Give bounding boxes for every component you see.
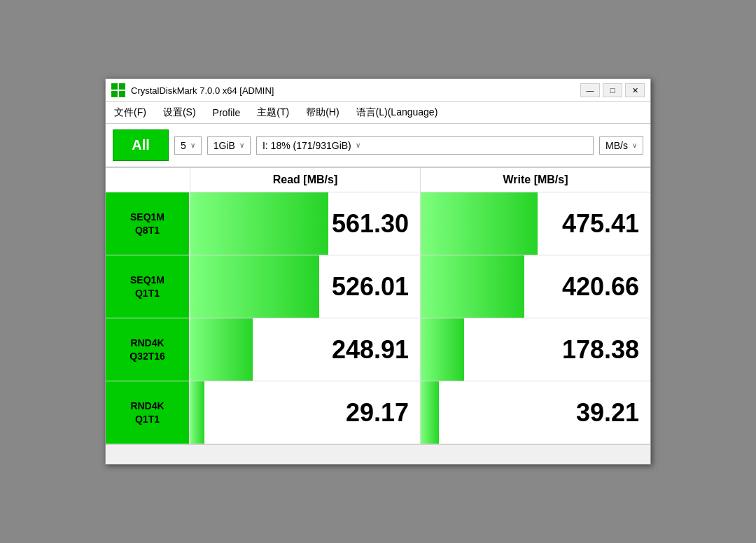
unit-value: MB/s (606, 140, 628, 151)
menu-help[interactable]: 帮助(H) (303, 105, 342, 120)
read-header: Read [MB/s] (190, 168, 420, 192)
count-dropdown[interactable]: 5 ∨ (174, 136, 202, 155)
read-value-1: 526.01 (332, 272, 409, 302)
app-icon (111, 83, 125, 97)
read-cell-1: 526.01 (190, 255, 420, 318)
toolbar: All 5 ∨ 1GiB ∨ I: 18% (171/931GiB) ∨ MB/… (106, 124, 650, 168)
svg-rect-1 (119, 83, 125, 90)
table-row: SEQ1M Q1T1 526.01 420.66 (106, 255, 650, 318)
count-arrow: ∨ (190, 141, 195, 149)
main-content: Read [MB/s] Write [MB/s] SEQ1M Q8T1 561.… (106, 168, 650, 444)
row-label-1: SEQ1M Q1T1 (106, 255, 190, 318)
write-bar-1 (421, 255, 524, 318)
size-arrow: ∨ (239, 141, 244, 149)
write-cell-0: 475.41 (420, 192, 650, 255)
menu-profile[interactable]: Profile (210, 106, 244, 120)
size-value: 1GiB (214, 140, 235, 151)
write-bar-2 (421, 318, 464, 381)
read-bar-1 (190, 255, 319, 318)
read-value-3: 29.17 (346, 398, 409, 428)
write-cell-3: 39.21 (420, 381, 650, 444)
menu-bar: 文件(F) 设置(S) Profile 主题(T) 帮助(H) 语言(L)(La… (106, 102, 650, 124)
menu-settings[interactable]: 设置(S) (160, 105, 199, 120)
disk-dropdown[interactable]: I: 18% (171/931GiB) ∨ (256, 136, 594, 155)
title-bar: CrystalDiskMark 7.0.0 x64 [ADMIN] — □ ✕ (106, 79, 650, 102)
column-headers: Read [MB/s] Write [MB/s] (106, 168, 650, 192)
write-value-2: 178.38 (562, 335, 639, 365)
disk-arrow: ∨ (356, 141, 360, 149)
label-col-header (106, 168, 190, 192)
read-bar-2 (190, 318, 253, 381)
write-header: Write [MB/s] (420, 168, 650, 192)
read-value-0: 561.30 (332, 209, 409, 239)
close-button[interactable]: ✕ (625, 83, 645, 97)
window-title: CrystalDiskMark 7.0.0 x64 [ADMIN] (131, 85, 274, 96)
read-cell-3: 29.17 (190, 381, 420, 444)
table-row: RND4K Q32T16 248.91 178.38 (106, 318, 650, 381)
write-bar-0 (421, 192, 538, 255)
main-window: CrystalDiskMark 7.0.0 x64 [ADMIN] — □ ✕ … (105, 78, 651, 465)
svg-rect-0 (111, 83, 118, 90)
maximize-button[interactable]: □ (603, 83, 622, 97)
write-cell-1: 420.66 (420, 255, 650, 318)
menu-language[interactable]: 语言(L)(Language) (354, 105, 441, 120)
minimize-button[interactable]: — (580, 83, 600, 97)
title-bar-left: CrystalDiskMark 7.0.0 x64 [ADMIN] (111, 83, 274, 97)
read-bar-3 (190, 381, 204, 444)
read-cell-0: 561.30 (190, 192, 420, 255)
read-cell-2: 248.91 (190, 318, 420, 381)
write-value-1: 420.66 (562, 272, 639, 302)
disk-value: I: 18% (171/931GiB) (262, 140, 351, 151)
table-row: SEQ1M Q8T1 561.30 475.41 (106, 192, 650, 255)
menu-theme[interactable]: 主题(T) (254, 105, 292, 120)
write-cell-2: 178.38 (420, 318, 650, 381)
table-row: RND4K Q1T1 29.17 39.21 (106, 381, 650, 444)
svg-rect-2 (111, 91, 118, 97)
write-bar-3 (421, 381, 439, 444)
write-value-0: 475.41 (562, 209, 639, 239)
unit-arrow: ∨ (632, 141, 637, 149)
read-bar-0 (190, 192, 328, 255)
row-label-0: SEQ1M Q8T1 (106, 192, 190, 255)
menu-file[interactable]: 文件(F) (111, 105, 149, 120)
unit-dropdown[interactable]: MB/s ∨ (599, 136, 643, 155)
title-buttons: — □ ✕ (580, 83, 645, 97)
write-value-3: 39.21 (576, 398, 639, 428)
row-label-2: RND4K Q32T16 (106, 318, 190, 381)
read-value-2: 248.91 (332, 335, 409, 365)
svg-rect-3 (119, 91, 125, 97)
status-bar (106, 444, 650, 464)
data-rows: SEQ1M Q8T1 561.30 475.41 SEQ1M Q1T1 526.… (106, 192, 650, 444)
size-dropdown[interactable]: 1GiB ∨ (207, 136, 251, 155)
count-value: 5 (181, 140, 186, 151)
row-label-3: RND4K Q1T1 (106, 381, 190, 444)
all-button[interactable]: All (113, 129, 169, 161)
